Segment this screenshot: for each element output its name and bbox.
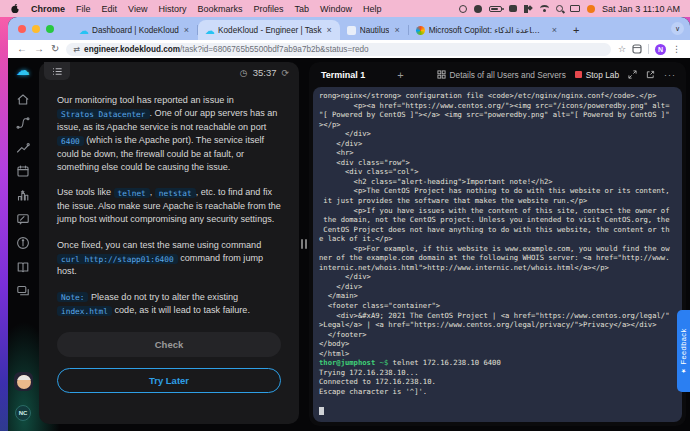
terminal-tab[interactable]: Terminal 1 bbox=[319, 70, 367, 80]
controller-icon[interactable] bbox=[459, 5, 467, 13]
new-tab-button[interactable]: + bbox=[565, 24, 587, 36]
details-users-servers-button[interactable]: Details of all Users and Servers bbox=[437, 70, 566, 80]
kodekloud-cloud-favicon-icon: ☁ bbox=[205, 26, 214, 35]
menu-item-file[interactable]: File bbox=[76, 4, 91, 14]
window-controls bbox=[18, 25, 54, 33]
info-icon bbox=[16, 236, 30, 250]
toolbar-divider bbox=[648, 44, 649, 54]
close-tab-icon[interactable]: × bbox=[183, 25, 190, 35]
terminal-line: </div> bbox=[319, 129, 676, 139]
menu-item-profiles[interactable]: Profiles bbox=[253, 4, 283, 14]
desktop: ChromeFileEditViewHistoryBookmarksProfil… bbox=[0, 0, 690, 431]
nc-badge[interactable]: NC bbox=[15, 405, 31, 421]
task-paragraph-3: Note: Please do not try to alter the exi… bbox=[57, 291, 281, 318]
stop-lab-button[interactable]: Stop Lab bbox=[575, 70, 619, 80]
macos-menubar: ChromeFileEditViewHistoryBookmarksProfil… bbox=[0, 0, 690, 17]
clock-icon: ◷ bbox=[240, 68, 248, 78]
menu-item-help[interactable]: Help bbox=[363, 4, 382, 14]
close-tab-icon[interactable]: × bbox=[393, 25, 400, 35]
sidebar-item-route[interactable] bbox=[16, 116, 30, 130]
reload-icon[interactable]: ↻ bbox=[51, 44, 59, 54]
terminal-screen[interactable]: rong>nginx</strong> configuration file <… bbox=[313, 87, 682, 422]
kodekloud-logo-icon[interactable]: ☁ bbox=[8, 62, 38, 78]
sidebar-item-progress[interactable] bbox=[16, 140, 30, 154]
tab-strip: ☁Dashboard | KodeKloud×☁KodeKloud - Engi… bbox=[8, 17, 690, 40]
browser-tab-2[interactable]: Nautilus× bbox=[340, 20, 408, 40]
try-later-button[interactable]: Try Later bbox=[57, 368, 281, 393]
feedback-button[interactable]: ★Feedback bbox=[677, 310, 690, 392]
sidebar-item-calendar[interactable] bbox=[16, 164, 30, 178]
terminal-line: <h2 class="alert-heading">Important note… bbox=[319, 177, 676, 187]
terminal-line: <p><a href="https://www.centos.org/"><im… bbox=[319, 101, 676, 111]
browser-tab-3[interactable]: Microsoft Copilot: مساعدة الذكاء AI× bbox=[409, 20, 565, 40]
more-options-icon[interactable]: ··· bbox=[664, 70, 676, 80]
address-bar[interactable]: ⇄ engineer.kodekloud.com/task?id=6806765… bbox=[66, 43, 611, 56]
apple-icon[interactable] bbox=[10, 3, 20, 14]
close-window-button[interactable] bbox=[18, 25, 26, 33]
terminal-panel: Terminal 1 + Details of all Users and Se… bbox=[309, 62, 686, 426]
browser-tab-1[interactable]: ☁KodeKloud - Engineer | Task× bbox=[198, 20, 340, 40]
virtualbox-icon[interactable] bbox=[509, 5, 517, 12]
terminal-line: </div> bbox=[319, 139, 676, 149]
terminal-line: >Legal</a> | <a href="https://www.centos… bbox=[319, 320, 676, 330]
new-terminal-icon[interactable]: + bbox=[397, 69, 403, 81]
display-icon[interactable] bbox=[570, 5, 580, 12]
inline-code: Stratos Datacenter bbox=[57, 109, 150, 119]
bookmark-star-icon[interactable]: ☆ bbox=[618, 44, 626, 54]
sidebar-item-chat[interactable] bbox=[16, 284, 30, 298]
check-button[interactable]: Check bbox=[57, 332, 281, 357]
browser-menu-icon[interactable]: ⋮ bbox=[672, 44, 681, 54]
browser-tab-0[interactable]: ☁Dashboard | KodeKloud× bbox=[72, 20, 197, 40]
sidebar-item-docs[interactable] bbox=[16, 260, 30, 274]
inline-code: curl http://stapp01:6400 bbox=[57, 254, 178, 264]
terminal-line: rong>nginx</strong> configuration file <… bbox=[319, 91, 676, 101]
panel-resize-handle[interactable] bbox=[301, 239, 307, 249]
terminal-line: CentOS Project does not have anything to… bbox=[319, 225, 676, 235]
battery-icon[interactable] bbox=[489, 6, 502, 12]
menubar-clock[interactable]: Sat Jan 3 11:10 AM bbox=[602, 4, 680, 14]
menu-item-edit[interactable]: Edit bbox=[102, 4, 118, 14]
recording-dot-icon[interactable] bbox=[587, 5, 595, 13]
open-new-window-icon[interactable] bbox=[646, 70, 655, 79]
feedback-edit-icon bbox=[16, 212, 30, 226]
task-paragraph-1: Use tools like telnet, netstat, etc. to … bbox=[57, 186, 281, 226]
sidebar-item-feedback-edit[interactable] bbox=[16, 212, 30, 226]
menu-item-bookmarks[interactable]: Bookmarks bbox=[197, 4, 242, 14]
terminal-line: Connected to 172.16.238.10. bbox=[319, 377, 676, 387]
browser-windows-icon[interactable] bbox=[632, 44, 642, 54]
browser-toolbar: ← → ↻ ⇄ engineer.kodekloud.com/task?id=6… bbox=[8, 40, 690, 58]
terminal-line: e lack of it.</p> bbox=[319, 234, 676, 244]
menu-item-history[interactable]: History bbox=[158, 4, 186, 14]
task-list-toggle[interactable] bbox=[44, 62, 70, 80]
refresh-icon[interactable]: ⟳ bbox=[281, 68, 289, 78]
menubar-status-area: Sat Jan 3 11:10 AM bbox=[459, 4, 680, 14]
menu-item-tab[interactable]: Tab bbox=[294, 4, 309, 14]
minimize-window-button[interactable] bbox=[32, 25, 40, 33]
menu-item-chrome[interactable]: Chrome bbox=[31, 4, 65, 14]
tab-search-chevron[interactable]: ∨ bbox=[671, 22, 684, 35]
site-permissions-icon[interactable]: ⇄ bbox=[73, 45, 80, 54]
sidebar-item-home[interactable] bbox=[16, 92, 30, 106]
wifi-icon[interactable] bbox=[540, 5, 549, 12]
menu-item-window[interactable]: Window bbox=[320, 4, 352, 14]
profile-avatar[interactable]: N bbox=[655, 44, 666, 55]
task-paragraph-0: Our monitoring tool has reported an issu… bbox=[57, 94, 281, 174]
user-avatar[interactable] bbox=[14, 372, 33, 391]
menu-item-view[interactable]: View bbox=[128, 4, 147, 14]
grid-icon bbox=[437, 70, 446, 79]
vpn-icon[interactable] bbox=[474, 5, 482, 13]
timer-area: ◷ 35:37 ⟳ bbox=[240, 67, 289, 78]
back-icon[interactable]: ← bbox=[17, 44, 27, 54]
close-tab-icon[interactable]: × bbox=[326, 25, 333, 35]
zoom-window-button[interactable] bbox=[46, 25, 54, 33]
forward-icon[interactable]: → bbox=[34, 44, 44, 54]
volume-icon[interactable] bbox=[524, 5, 533, 13]
expand-icon[interactable] bbox=[628, 70, 637, 79]
sidebar-item-info[interactable] bbox=[16, 236, 30, 250]
sidebar-item-leaderboard[interactable] bbox=[16, 188, 30, 202]
kodekloud-page: ☁ NC ◷ 35:37 ⟳ Our monitoring tool has r… bbox=[8, 58, 690, 431]
copilot-favicon-icon bbox=[416, 26, 425, 35]
search-icon[interactable] bbox=[556, 5, 563, 12]
close-tab-icon[interactable]: × bbox=[551, 25, 558, 35]
sparkle-icon: ★ bbox=[680, 367, 687, 374]
